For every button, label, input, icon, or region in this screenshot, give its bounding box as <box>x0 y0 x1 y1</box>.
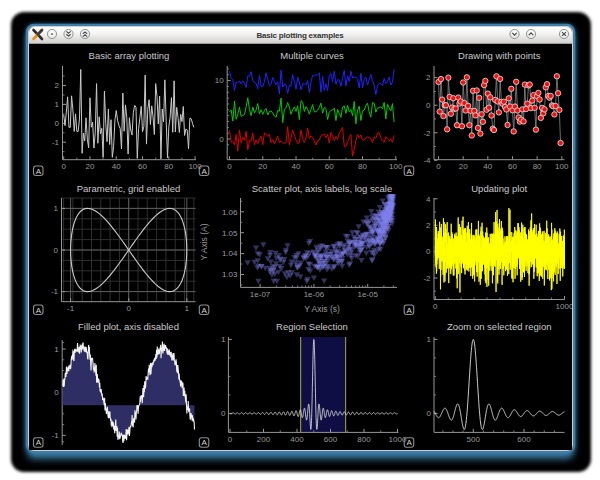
svg-text:0: 0 <box>426 247 431 256</box>
svg-text:80: 80 <box>164 162 173 171</box>
svg-text:60: 60 <box>138 162 147 171</box>
svg-text:1: 1 <box>54 100 59 109</box>
svg-text:Y Axis (s): Y Axis (s) <box>304 304 340 314</box>
svg-text:1.04: 1.04 <box>221 249 237 258</box>
svg-text:0: 0 <box>53 246 58 255</box>
svg-text:Updating plot: Updating plot <box>471 183 527 194</box>
svg-text:A: A <box>35 306 41 315</box>
svg-text:0: 0 <box>219 135 224 144</box>
svg-text:400: 400 <box>290 435 304 444</box>
svg-text:Filled plot, axis disabled: Filled plot, axis disabled <box>78 321 179 332</box>
svg-text:-1: -1 <box>67 304 75 313</box>
svg-text:60: 60 <box>508 162 517 171</box>
svg-text:Zoom on selected region: Zoom on selected region <box>446 321 551 332</box>
svg-text:500: 500 <box>466 435 480 444</box>
svg-text:60: 60 <box>324 162 333 171</box>
svg-text:0: 0 <box>61 162 66 171</box>
svg-text:40: 40 <box>291 162 300 171</box>
svg-text:80: 80 <box>532 162 541 171</box>
svg-text:1e-05: 1e-05 <box>357 290 378 299</box>
svg-text:0: 0 <box>227 162 232 171</box>
svg-text:800: 800 <box>357 435 371 444</box>
svg-text:1: 1 <box>54 345 59 354</box>
svg-text:-1: -1 <box>51 138 59 147</box>
svg-text:Parametric, grid enabled: Parametric, grid enabled <box>76 183 180 194</box>
svg-text:2: 2 <box>426 73 431 82</box>
svg-text:600: 600 <box>517 435 531 444</box>
svg-text:100: 100 <box>555 162 569 171</box>
svg-text:0: 0 <box>54 388 59 397</box>
svg-text:2: 2 <box>426 221 431 230</box>
svg-text:Multiple curves: Multiple curves <box>280 50 344 61</box>
svg-text:-2: -2 <box>423 274 431 283</box>
svg-text:1e-07: 1e-07 <box>249 290 270 299</box>
svg-text:80: 80 <box>358 162 367 171</box>
svg-text:-2: -2 <box>423 129 431 138</box>
svg-text:A: A <box>35 167 41 176</box>
svg-text:A: A <box>201 438 207 447</box>
svg-text:0: 0 <box>227 435 232 444</box>
svg-text:20: 20 <box>258 162 267 171</box>
svg-text:1: 1 <box>184 304 189 313</box>
svg-text:Region Selection: Region Selection <box>276 321 348 332</box>
svg-text:A: A <box>406 306 412 315</box>
svg-text:0: 0 <box>426 101 431 110</box>
svg-text:40: 40 <box>483 162 492 171</box>
svg-text:0: 0 <box>426 409 431 418</box>
svg-text:A: A <box>406 167 412 176</box>
svg-text:20: 20 <box>85 162 94 171</box>
svg-text:100: 100 <box>389 162 403 171</box>
svg-text:A: A <box>406 438 412 447</box>
svg-text:Y Axis (A): Y Axis (A) <box>199 223 209 260</box>
svg-text:-1: -1 <box>50 287 58 296</box>
svg-text:4: 4 <box>426 195 431 204</box>
svg-text:1.06: 1.06 <box>221 208 237 217</box>
svg-text:1000: 1000 <box>555 302 571 311</box>
svg-text:Scatter plot, axis labels, log: Scatter plot, axis labels, log scale <box>251 183 391 194</box>
svg-text:1: 1 <box>220 335 225 344</box>
svg-text:-4: -4 <box>423 156 431 165</box>
svg-text:600: 600 <box>323 435 337 444</box>
svg-text:Drawing with points: Drawing with points <box>458 50 541 61</box>
svg-text:A: A <box>201 167 207 176</box>
svg-text:40: 40 <box>111 162 120 171</box>
svg-text:10: 10 <box>214 76 223 85</box>
svg-text:1.05: 1.05 <box>221 229 237 238</box>
svg-text:2: 2 <box>54 81 59 90</box>
svg-text:A: A <box>201 306 207 315</box>
svg-text:1: 1 <box>53 204 58 213</box>
svg-text:1e-06: 1e-06 <box>303 290 324 299</box>
svg-text:Basic array plotting: Basic array plotting <box>88 50 169 61</box>
svg-text:0: 0 <box>126 304 131 313</box>
svg-text:0: 0 <box>54 119 59 128</box>
svg-text:0: 0 <box>433 302 438 311</box>
svg-text:A: A <box>35 438 41 447</box>
svg-text:-1: -1 <box>51 431 59 440</box>
svg-text:20: 20 <box>458 162 467 171</box>
svg-text:200: 200 <box>256 435 270 444</box>
svg-text:1: 1 <box>426 335 431 344</box>
svg-text:1.03: 1.03 <box>221 270 237 279</box>
svg-text:0: 0 <box>436 162 441 171</box>
svg-text:0: 0 <box>220 409 225 418</box>
